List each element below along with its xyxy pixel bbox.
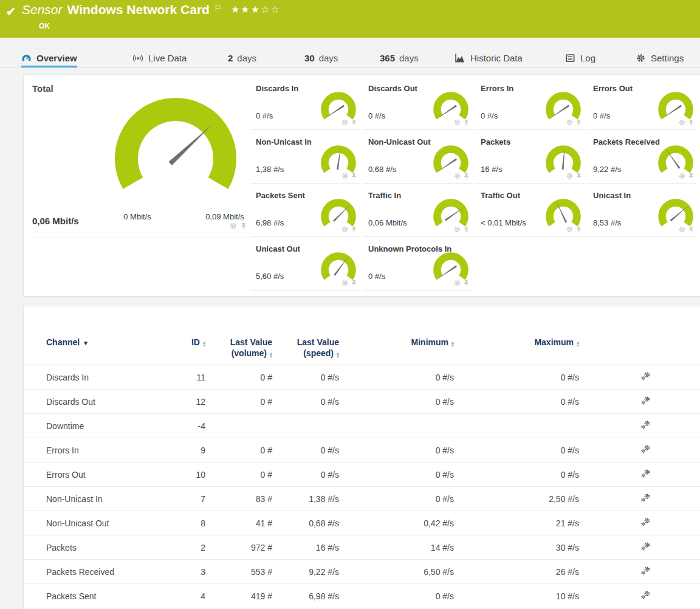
table-row[interactable]: Packets Received 3 553 # 9,22 #/s 6,50 #…: [24, 560, 700, 584]
column-header-last-value-volume[interactable]: Last Value (volume)▴▾: [205, 337, 272, 359]
star-empty-icon[interactable]: ☆: [261, 4, 270, 15]
rating-stars[interactable]: ★★★☆☆: [231, 4, 281, 15]
table-row[interactable]: Packets Sent 4 419 # 6,98 #/s 0 #/s 10 #…: [24, 584, 700, 608]
gear-icon[interactable]: [566, 119, 574, 126]
gear-icon[interactable]: [341, 225, 349, 233]
tab-live-data[interactable]: Live Data: [132, 50, 187, 65]
tab-2-days[interactable]: 2 days: [228, 50, 256, 65]
pin-icon[interactable]: [576, 173, 582, 180]
gear-icon[interactable]: [453, 225, 461, 233]
cell-id: 11: [186, 373, 205, 382]
gauge-tile[interactable]: Unicast Out 5,60 #/s: [251, 237, 360, 291]
gauge-tile[interactable]: Discards In 0 #/s: [251, 77, 360, 130]
column-header-maximum[interactable]: Maximum▴▾: [454, 337, 579, 348]
gauge-tile[interactable]: Discards Out 0 #/s: [363, 77, 473, 130]
gear-icon[interactable]: [678, 172, 686, 180]
gauge-tile[interactable]: Unicast In 8,53 #/s: [588, 184, 698, 237]
pin-icon[interactable]: [464, 119, 469, 126]
gauge-title: Non-Unicast Out: [368, 137, 431, 146]
cell-last-value-speed: 0 #/s: [272, 446, 339, 455]
gauge-tile[interactable]: Non-Unicast In 1,38 #/s: [251, 130, 360, 184]
pin-icon[interactable]: [688, 119, 694, 126]
star-filled-icon[interactable]: ★: [251, 4, 261, 15]
tab-365-days[interactable]: 365 days: [380, 50, 419, 65]
pin-icon[interactable]: [464, 280, 469, 287]
pin-icon[interactable]: [351, 119, 357, 126]
gear-icon: [636, 53, 646, 63]
column-header-channel[interactable]: Channel▾: [46, 337, 186, 348]
pin-icon[interactable]: [241, 222, 247, 230]
table-row[interactable]: Discards In 11 0 # 0 #/s 0 #/s 0 #/s: [24, 365, 700, 390]
pin-icon[interactable]: [464, 226, 469, 233]
total-gauge[interactable]: [111, 94, 240, 191]
channel-settings-gears-icon[interactable]: [640, 420, 651, 430]
channel-settings-gears-icon[interactable]: [640, 566, 651, 576]
channel-settings-gears-icon[interactable]: [640, 371, 651, 381]
channel-settings-gears-icon[interactable]: [640, 542, 651, 551]
star-filled-icon[interactable]: ★: [231, 4, 241, 15]
channel-settings-gears-icon[interactable]: [640, 493, 651, 503]
page-title: SensorWindows Network Card: [22, 2, 210, 17]
sensor-name: Windows Network Card: [67, 2, 210, 16]
gauge-value: 0 #/s: [368, 272, 385, 281]
column-header-last-value-speed[interactable]: Last Value (speed)▴▾: [272, 337, 339, 359]
pin-icon[interactable]: [576, 119, 582, 126]
tab-log[interactable]: Log: [565, 50, 595, 65]
tab-settings[interactable]: Settings: [636, 50, 684, 65]
gauge-tile[interactable]: Packets Sent 6,98 #/s: [251, 184, 360, 237]
cell-maximum: 21 #/s: [454, 518, 579, 528]
column-header-id[interactable]: ID▴▾: [186, 337, 205, 348]
gear-icon[interactable]: [453, 119, 461, 126]
pin-icon[interactable]: [576, 226, 582, 233]
tab-bar: Overview Live Data 2 days 30 days 365 da…: [0, 38, 700, 68]
gauge-tile[interactable]: Errors In 0 #/s: [476, 77, 585, 130]
gauge-tile[interactable]: Packets 16 #/s: [476, 130, 585, 184]
channel-settings-gears-icon[interactable]: [640, 590, 651, 600]
tab-label: Settings: [651, 53, 684, 63]
gauge-tile[interactable]: Traffic In 0,06 Mbit/s: [363, 184, 473, 237]
gear-icon[interactable]: [566, 225, 574, 233]
table-row[interactable]: Downtime -4: [24, 414, 700, 438]
gear-icon[interactable]: [341, 172, 349, 180]
gear-icon[interactable]: [453, 279, 461, 287]
gauge-tile[interactable]: Unknown Protocols In 0 #/s: [363, 237, 473, 291]
table-row[interactable]: Errors Out 10 0 # 0 #/s 0 #/s 0 #/s: [24, 463, 700, 487]
channels-panel: Channel▾ ID▴▾ Last Value (volume)▴▾ Last…: [23, 306, 700, 609]
table-row[interactable]: Non-Unicast In 7 83 # 1,38 #/s 0 #/s 2,5…: [24, 487, 700, 511]
gear-icon[interactable]: [341, 279, 349, 287]
star-empty-icon[interactable]: ☆: [270, 4, 280, 15]
channel-settings-gears-icon[interactable]: [640, 396, 651, 405]
gear-icon[interactable]: [678, 225, 686, 233]
pin-icon[interactable]: [351, 173, 357, 180]
gauge-tile[interactable]: Packets Received 9,22 #/s: [588, 130, 698, 184]
pin-icon[interactable]: [351, 280, 357, 287]
gauge-tile[interactable]: Errors Out 0 #/s: [588, 77, 698, 130]
gear-icon[interactable]: [566, 172, 574, 180]
gauge-title: Unicast In: [593, 191, 631, 200]
column-header-minimum[interactable]: Minimum▴▾: [339, 337, 454, 348]
channel-settings-gears-icon[interactable]: [640, 517, 651, 527]
gear-icon[interactable]: [229, 222, 238, 230]
tab-historic-data[interactable]: Historic Data: [455, 50, 523, 65]
pin-icon[interactable]: [464, 173, 469, 180]
gear-icon[interactable]: [453, 172, 461, 180]
table-row[interactable]: Discards Out 12 0 # 0 #/s 0 #/s 0 #/s: [24, 390, 700, 414]
pin-icon[interactable]: [351, 226, 357, 233]
gauge-tile[interactable]: Non-Unicast Out 0,68 #/s: [363, 130, 473, 184]
channel-settings-gears-icon[interactable]: [640, 444, 651, 454]
tab-overview[interactable]: Overview: [21, 50, 77, 65]
pin-icon[interactable]: [688, 226, 694, 233]
star-filled-icon[interactable]: ★: [241, 4, 250, 15]
cell-maximum: 10 #/s: [454, 591, 579, 601]
gauge-title: Non-Unicast In: [256, 137, 312, 146]
pin-icon[interactable]: [688, 173, 694, 180]
tab-30-days[interactable]: 30 days: [304, 50, 338, 65]
table-row[interactable]: Non-Unicast Out 8 41 # 0,68 #/s 0,42 #/s…: [24, 511, 700, 535]
gauge-tile[interactable]: Traffic Out < 0,01 Mbit/s: [476, 184, 585, 237]
channel-settings-gears-icon[interactable]: [640, 469, 651, 478]
tab-label: Overview: [36, 53, 77, 63]
table-row[interactable]: Packets 2 972 # 16 #/s 14 #/s 30 #/s: [24, 535, 700, 560]
gear-icon[interactable]: [678, 119, 686, 126]
table-row[interactable]: Errors In 9 0 # 0 #/s 0 #/s 0 #/s: [24, 438, 700, 463]
gear-icon[interactable]: [341, 119, 349, 126]
